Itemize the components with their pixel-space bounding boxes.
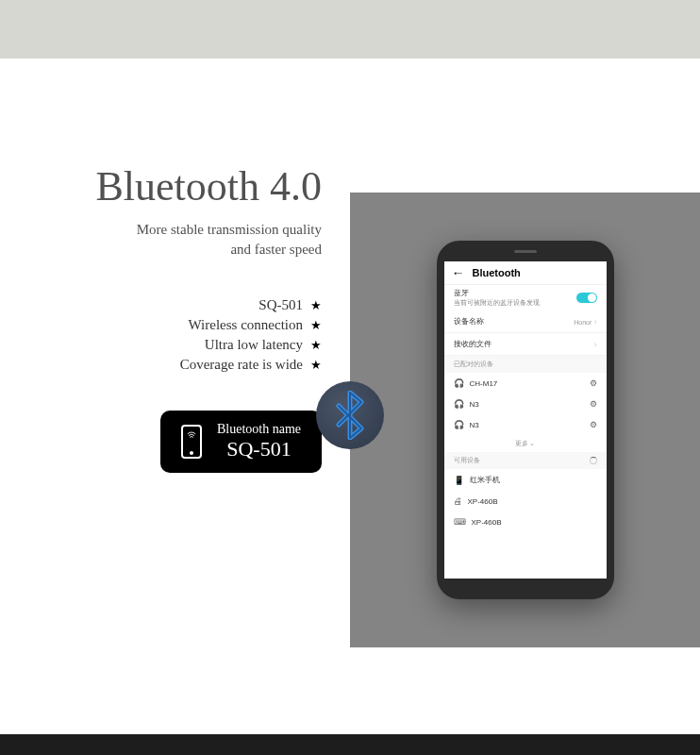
feature-text: SQ-501: [258, 297, 303, 313]
more-row[interactable]: 更多 ⌄: [444, 435, 607, 452]
device-name: 红米手机: [470, 475, 500, 485]
badge-device-name: SQ-501: [226, 437, 291, 461]
page-heading: Bluetooth 4.0: [95, 162, 322, 210]
device-left: 📱 红米手机: [454, 475, 500, 485]
bluetooth-toggle-row: 蓝牙 当前可被附近的蓝牙设备发现: [444, 285, 607, 310]
wifi-arcs-icon: [186, 429, 197, 441]
top-decorative-bar: [0, 0, 700, 59]
device-name-row[interactable]: 设备名称 Honor ›: [444, 310, 607, 333]
right-phone-section: ← Bluetooth 蓝牙 当前可被附近的蓝牙设备发现 设备名称 Honor …: [350, 193, 700, 647]
chevron-right-icon: ›: [594, 340, 597, 349]
star-icon: ★: [310, 338, 322, 353]
device-name: XP-460B: [468, 497, 498, 506]
phone-mockup-frame: ← Bluetooth 蓝牙 当前可被附近的蓝牙设备发现 设备名称 Honor …: [437, 241, 614, 599]
headphones-icon: 🎧: [454, 399, 464, 409]
feature-item: SQ-501 ★: [258, 297, 322, 313]
star-icon: ★: [310, 318, 322, 333]
feature-text: Ultra low latency: [205, 337, 303, 353]
phone-screen: ← Bluetooth 蓝牙 当前可被附近的蓝牙设备发现 设备名称 Honor …: [444, 261, 607, 579]
chevron-right-icon: ›: [594, 317, 597, 327]
paired-device-row[interactable]: 🎧 N3 ⚙: [444, 394, 607, 414]
badge-text-container: Bluetooth name SQ-501: [217, 422, 301, 461]
device-name: XP-460B: [472, 518, 502, 527]
screen-title: Bluetooth: [473, 267, 521, 278]
feature-list: SQ-501 ★ Wireless connection ★ Ultra low…: [180, 297, 322, 373]
spinner-icon: [590, 457, 597, 464]
received-files-row[interactable]: 接收的文件 ›: [444, 333, 607, 356]
feature-item: Ultra low latency ★: [205, 337, 322, 353]
device-name-label: 设备名称: [454, 316, 484, 327]
phone-wifi-icon: [181, 425, 202, 459]
device-name-value: Honor ›: [574, 317, 596, 327]
screen-header: ← Bluetooth: [444, 261, 607, 285]
received-files-label: 接收的文件: [454, 339, 492, 349]
available-device-row[interactable]: 📱 红米手机: [444, 469, 607, 491]
device-left: 🎧 N3: [454, 420, 479, 429]
bluetooth-toggle-labels: 蓝牙 当前可被附近的蓝牙设备发现: [454, 288, 540, 308]
bluetooth-toggle-switch[interactable]: [576, 293, 597, 303]
bluetooth-toggle-sublabel: 当前可被附近的蓝牙设备发现: [454, 298, 540, 308]
phone-icon: 📱: [454, 476, 464, 485]
badge-label: Bluetooth name: [217, 422, 301, 437]
device-name: CH-M17: [470, 379, 498, 388]
star-icon: ★: [310, 358, 322, 373]
printer-icon: 🖨: [454, 496, 462, 506]
available-device-row[interactable]: ⌨ XP-460B: [444, 512, 607, 532]
subtitle: More stable transmission quality and fas…: [137, 220, 322, 260]
paired-device-row[interactable]: 🎧 N3 ⚙: [444, 414, 607, 435]
bluetooth-toggle-label: 蓝牙: [454, 288, 540, 298]
back-arrow-icon[interactable]: ←: [452, 265, 465, 280]
gear-icon[interactable]: ⚙: [590, 420, 597, 429]
device-name: N3: [470, 400, 479, 409]
star-icon: ★: [310, 298, 322, 313]
feature-text: Coverage rate is wide: [180, 357, 303, 373]
paired-section-label: 已配对的设备: [444, 356, 607, 373]
bluetooth-name-badge: Bluetooth name SQ-501: [160, 411, 322, 473]
paired-device-row[interactable]: 🎧 CH-M17 ⚙: [444, 373, 607, 394]
gear-icon[interactable]: ⚙: [590, 399, 597, 409]
device-left: ⌨ XP-460B: [454, 517, 502, 527]
bluetooth-icon: [331, 391, 369, 440]
feature-item: Coverage rate is wide ★: [180, 357, 322, 373]
subtitle-line-1: More stable transmission quality: [137, 222, 322, 237]
main-container: Bluetooth 4.0 More stable transmission q…: [0, 59, 700, 719]
phone-speaker: [514, 250, 537, 253]
feature-item: Wireless connection ★: [189, 317, 322, 333]
bluetooth-small-icon: ⌨: [454, 517, 466, 527]
headphones-icon: 🎧: [454, 420, 464, 429]
bottom-bar: [0, 734, 700, 755]
device-name: N3: [470, 421, 479, 429]
available-section-label: 可用设备: [444, 452, 607, 469]
device-left: 🖨 XP-460B: [454, 496, 498, 506]
headphones-icon: 🎧: [454, 378, 464, 388]
device-left: 🎧 CH-M17: [454, 378, 498, 388]
subtitle-line-2: and faster speed: [230, 242, 322, 257]
chevron-down-icon: ⌄: [529, 440, 535, 446]
gear-icon[interactable]: ⚙: [590, 378, 597, 388]
feature-text: Wireless connection: [189, 317, 303, 333]
bluetooth-circle-badge: [316, 381, 384, 449]
available-device-row[interactable]: 🖨 XP-460B: [444, 491, 607, 512]
left-content-section: Bluetooth 4.0 More stable transmission q…: [0, 59, 350, 719]
device-left: 🎧 N3: [454, 399, 479, 409]
